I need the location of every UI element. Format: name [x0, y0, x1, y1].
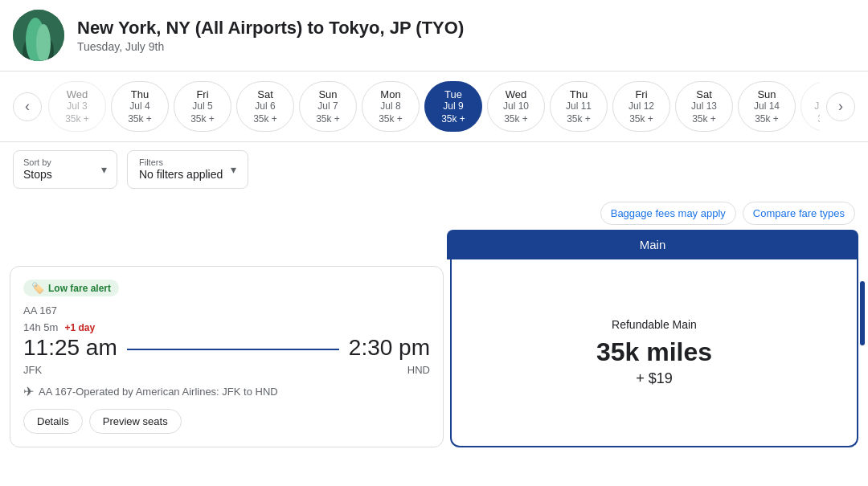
arrive-airport: HND: [407, 364, 430, 376]
day-date: Jul 12: [628, 100, 654, 112]
route-info: New York, NY (All Airports) to Tokyo, JP…: [77, 18, 464, 53]
filters-dropdown[interactable]: Filters No filters applied ▾: [127, 150, 248, 189]
filters-label: Filters: [139, 157, 223, 167]
low-fare-badge: Low fare alert: [23, 280, 119, 296]
day-name: Wed: [506, 88, 527, 100]
date-pill-thu-jul4[interactable]: Thu Jul 4 35k +: [111, 81, 169, 132]
flight-code: AA 167: [23, 304, 430, 317]
miles-price: 35k miles: [596, 337, 712, 367]
date-pill-fri-jul12[interactable]: Fri Jul 12 35k +: [612, 81, 670, 132]
date-pill-mon-jul8[interactable]: Mon Jul 8 35k +: [362, 81, 420, 132]
flight-line: [127, 349, 339, 350]
date-pill-sat-jul6[interactable]: Sat Jul 6 35k +: [236, 81, 294, 132]
day-date: Jul 5: [192, 100, 212, 112]
filter-dropdown-inner: Filters No filters applied: [139, 157, 223, 182]
main-fare-tab[interactable]: Main: [447, 230, 858, 259]
sort-chevron-icon: ▾: [101, 163, 107, 176]
day-name: Thu: [570, 88, 588, 100]
card-actions: Details Preview seats: [23, 409, 430, 434]
day-price: 35k +: [190, 113, 215, 125]
day-name: Sun: [757, 88, 776, 100]
depart-time: 11:25 am: [23, 335, 117, 361]
day-price: 35k +: [65, 113, 89, 125]
day-name: Thu: [131, 88, 149, 100]
operated-by: ✈ AA 167-Operated by American Airlines: …: [23, 384, 430, 399]
airports: JFK HND: [23, 364, 430, 376]
depart-airport: JFK: [23, 364, 42, 376]
date-pill-sun-jul14[interactable]: Sun Jul 14 35k +: [738, 81, 796, 132]
date-pill-wed-jul3[interactable]: Wed Jul 3 35k +: [48, 81, 106, 132]
svg-point-5: [36, 24, 51, 61]
day-name: Fri: [635, 88, 647, 100]
day-date: Jul 6: [255, 100, 275, 112]
day-price: 35k +: [692, 113, 716, 125]
filters-value: No filters applied: [139, 168, 223, 181]
preview-seats-button[interactable]: Preview seats: [89, 409, 182, 434]
route-title: New York, NY (All Airports) to Tokyo, JP…: [77, 18, 464, 39]
day-date: Jul 1…: [814, 100, 820, 112]
day-date: Jul 14: [754, 100, 780, 112]
day-price: 35k +: [629, 113, 653, 125]
day-date: Jul 11: [566, 100, 592, 112]
fare-panel: Refundable Main 35k miles + $19: [450, 259, 858, 447]
selected-date: Tuesday, July 9th: [77, 40, 464, 53]
sort-label: Sort by: [23, 157, 52, 167]
day-date: Jul 9: [443, 100, 463, 112]
day-name: Sat: [696, 88, 712, 100]
destination-avatar: [13, 10, 64, 61]
date-pill-fri-jul5[interactable]: Fri Jul 5 35k +: [174, 81, 231, 132]
date-pill-wed-jul10[interactable]: Wed Jul 10 35k +: [487, 81, 545, 132]
day-name: Tue: [444, 88, 462, 100]
day-name: Wed: [67, 88, 88, 100]
day-price: 35k +: [755, 113, 779, 125]
day-name: Mon: [380, 88, 400, 100]
low-fare-text: Low fare alert: [48, 283, 111, 294]
date-picker: ‹ Wed Jul 3 35k + Thu Jul 4 35k + Fri Ju…: [0, 71, 868, 142]
day-date: Jul 7: [317, 100, 338, 112]
action-links: Baggage fees may apply Compare fare type…: [0, 197, 868, 230]
date-pill-sun-jul7[interactable]: Sun Jul 7 35k +: [299, 81, 357, 132]
date-pill-mon-jul15[interactable]: Mon Jul 1… 35k +: [800, 81, 820, 132]
plus-cash: + $19: [636, 370, 673, 387]
compare-fare-link[interactable]: Compare fare types: [743, 202, 855, 225]
day-price: 35k +: [504, 113, 528, 125]
next-date-button[interactable]: ›: [826, 92, 855, 121]
page-header: New York, NY (All Airports) to Tokyo, JP…: [0, 0, 868, 71]
sort-dropdown-inner: Sort by Stops: [23, 157, 52, 182]
arrive-time: 2:30 pm: [349, 335, 430, 361]
baggage-fees-link[interactable]: Baggage fees may apply: [600, 202, 736, 225]
operated-by-text: AA 167-Operated by American Airlines: JF…: [39, 386, 278, 398]
day-price: 35k +: [817, 113, 820, 125]
prev-date-button[interactable]: ‹: [13, 92, 42, 121]
day-name: Fri: [196, 88, 208, 100]
day-name: Sat: [257, 88, 273, 100]
day-price: 35k +: [316, 113, 340, 125]
day-name: Mon: [819, 88, 820, 100]
day-date: Jul 3: [67, 100, 87, 112]
plus-day: +1 day: [64, 322, 95, 333]
sort-dropdown[interactable]: Sort by Stops ▾: [13, 150, 117, 189]
day-name: Sun: [318, 88, 337, 100]
day-price: 35k +: [128, 113, 152, 125]
day-date: Jul 8: [380, 100, 400, 112]
day-price: 35k +: [379, 113, 403, 125]
day-date: Jul 13: [691, 100, 717, 112]
day-price: 35k +: [253, 113, 277, 125]
day-price: 35k +: [441, 113, 465, 125]
day-date: Jul 4: [129, 100, 149, 112]
filters-bar: Sort by Stops ▾ Filters No filters appli…: [0, 142, 868, 197]
dates-list: Wed Jul 3 35k + Thu Jul 4 35k + Fri Jul …: [48, 81, 820, 132]
airline-icon: ✈: [23, 384, 34, 399]
flight-card: Low fare alert AA 167 14h 5m +1 day 11:2…: [10, 266, 444, 447]
sort-value: Stops: [23, 168, 52, 181]
details-button[interactable]: Details: [23, 409, 83, 434]
date-pill-tue-jul9[interactable]: Tue Jul 9 35k +: [424, 81, 482, 132]
refundable-label: Refundable Main: [612, 318, 697, 331]
day-date: Jul 10: [503, 100, 529, 112]
date-pill-thu-jul11[interactable]: Thu Jul 11 35k +: [550, 81, 608, 132]
date-pill-sat-jul13[interactable]: Sat Jul 13 35k +: [675, 81, 733, 132]
filters-chevron-icon: ▾: [231, 163, 236, 176]
flight-duration: 14h 5m: [23, 321, 58, 333]
times-header: 14h 5m +1 day: [23, 321, 430, 333]
flight-times: 11:25 am 2:30 pm: [23, 335, 430, 361]
